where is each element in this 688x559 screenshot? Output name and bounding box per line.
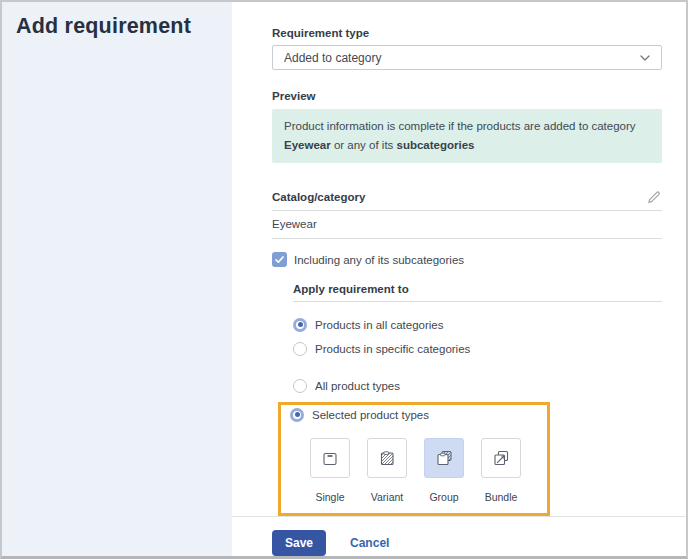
radio-products-all-categories[interactable]: Products in all categories (293, 317, 662, 332)
add-requirement-dialog: Add requirement Requirement type Added t… (0, 0, 688, 559)
tile-label: Bundle (485, 491, 518, 503)
dialog-sidebar: Add requirement (2, 2, 232, 556)
product-type-variant: Variant (367, 438, 407, 503)
variant-product-icon (377, 448, 397, 468)
cancel-button[interactable]: Cancel (350, 530, 389, 550)
tile-label: Group (429, 491, 458, 503)
preview-text-2: or any of its (331, 139, 397, 151)
group-product-tile[interactable] (424, 438, 464, 478)
product-type-single: Single (310, 438, 350, 503)
tile-label: Single (315, 491, 344, 503)
variant-product-tile[interactable] (367, 438, 407, 478)
radio-label: Products in specific categories (315, 343, 470, 355)
radio-icon[interactable] (293, 379, 307, 393)
page-title: Add requirement (16, 14, 232, 39)
catalog-category-value: Eyewear (272, 211, 662, 238)
save-button[interactable]: Save (272, 530, 326, 556)
single-product-icon (320, 448, 340, 468)
dialog-footer: Save Cancel (232, 516, 686, 556)
dialog-content: Requirement type Added to category Previ… (232, 2, 686, 556)
product-type-bundle: Bundle (481, 438, 521, 503)
radio-label: Products in all categories (315, 319, 443, 331)
preview-message: Product information is complete if the p… (272, 109, 662, 163)
apply-requirement-section: Apply requirement to Products in all cat… (293, 283, 662, 516)
product-type-tiles: Single Variant (310, 438, 547, 503)
radio-icon[interactable] (293, 318, 307, 332)
preview-category-name: Eyewear (284, 139, 331, 151)
include-subcategories-checkbox-row[interactable]: Including any of its subcategories (272, 252, 662, 267)
divider (272, 238, 662, 239)
requirement-type-value: Added to category (284, 51, 381, 65)
apply-requirement-heading: Apply requirement to (293, 283, 662, 295)
edit-pencil-icon[interactable] (646, 189, 662, 205)
catalog-category-block: Catalog/category Eyewear (272, 189, 662, 239)
checkbox-checked-icon[interactable] (272, 252, 287, 267)
requirement-type-label: Requirement type (272, 27, 662, 39)
radio-icon[interactable] (293, 342, 307, 356)
preview-text: Product information is complete if the p… (284, 120, 636, 132)
chevron-down-icon (640, 55, 650, 61)
group-product-icon (434, 448, 454, 468)
preview-label: Preview (272, 90, 662, 102)
include-subcategories-label: Including any of its subcategories (294, 254, 464, 266)
selected-product-types-highlight: Selected product types Single (278, 402, 550, 516)
radio-selected-product-types[interactable]: Selected product types (290, 407, 547, 422)
divider (293, 301, 662, 302)
preview-subcategories-word: subcategories (397, 139, 475, 151)
radio-label: All product types (315, 380, 400, 392)
tile-label: Variant (371, 491, 404, 503)
radio-label: Selected product types (312, 409, 429, 421)
radio-icon[interactable] (290, 408, 304, 422)
bundle-product-tile[interactable] (481, 438, 521, 478)
single-product-tile[interactable] (310, 438, 350, 478)
requirement-type-select[interactable]: Added to category (272, 45, 662, 70)
product-type-group: Group (424, 438, 464, 503)
radio-products-specific-categories[interactable]: Products in specific categories (293, 341, 662, 356)
catalog-category-label: Catalog/category (272, 191, 365, 203)
form-area: Requirement type Added to category Previ… (232, 2, 686, 516)
radio-all-product-types[interactable]: All product types (293, 378, 662, 393)
bundle-product-icon (491, 448, 511, 468)
